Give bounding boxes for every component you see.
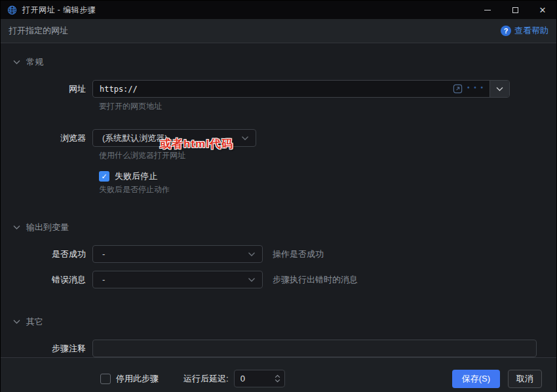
delay-field (234, 370, 285, 387)
dialog-header: 打开指定的网址 ? 查看帮助 (1, 19, 556, 43)
minimize-icon (484, 10, 491, 10)
disable-step-group: 停用此步骤 (100, 373, 159, 385)
browser-select-value: (系统默认浏览器) (102, 132, 168, 144)
url-hint-row: 要打开的网页地址 (1, 101, 556, 112)
delay-input[interactable] (235, 374, 275, 383)
success-select-value: - (102, 249, 105, 259)
chevron-down-icon (248, 277, 256, 283)
save-button[interactable]: 保存(S) (452, 370, 500, 388)
globe-icon (7, 5, 17, 15)
url-row: 网址 • • • (1, 80, 556, 98)
titlebar: 打开网址 - 编辑步骤 ✕ (1, 1, 556, 19)
maximize-icon (512, 7, 518, 13)
stop-on-fail-hint-row: 失败后是否停止动作 (1, 184, 556, 195)
maximize-button[interactable] (501, 1, 529, 19)
error-message-hint: 步骤执行出错时的消息 (273, 274, 358, 286)
url-field: • • • (92, 80, 510, 98)
chevron-down-icon (496, 87, 503, 92)
section-other-label: 其它 (26, 316, 43, 328)
chevron-down-icon (248, 252, 256, 257)
chevron-down-icon (13, 319, 20, 324)
url-field-tools: • • • (448, 81, 490, 97)
step-comment-label: 步骤注释 (1, 343, 92, 355)
url-label: 网址 (1, 83, 92, 95)
stop-on-fail-row: ✓ 失败后停止 (1, 170, 556, 182)
chevron-down-icon (13, 225, 20, 230)
delay-group: 运行后延迟: (183, 370, 285, 387)
success-label: 是否成功 (1, 248, 92, 260)
window-title: 打开网址 - 编辑步骤 (22, 5, 96, 16)
browser-hint: 使用什么浏览器打开网址 (99, 151, 185, 160)
error-message-select-value: - (102, 275, 105, 284)
footer-buttons: 保存(S) 取消 (452, 370, 542, 388)
success-row: 是否成功 - 操作是否成功 (1, 245, 556, 263)
dialog-footer: 停用此步骤 运行后延迟: 保存(S) 取消 (1, 357, 556, 392)
section-general[interactable]: 常规 (1, 56, 556, 68)
ellipsis-icon[interactable]: • • • (467, 85, 484, 94)
disable-step-label[interactable]: 停用此步骤 (116, 373, 159, 385)
browser-label: 浏览器 (1, 132, 92, 144)
browser-row: 浏览器 (系统默认浏览器) (1, 129, 556, 147)
error-message-label: 错误消息 (1, 274, 92, 286)
error-message-select[interactable]: - (92, 271, 263, 288)
section-other[interactable]: 其它 (1, 316, 556, 328)
section-output-label: 输出到变量 (26, 222, 69, 233)
help-link[interactable]: ? 查看帮助 (501, 25, 548, 37)
external-link-icon[interactable] (453, 84, 463, 94)
window-controls: ✕ (474, 1, 556, 19)
step-comment-row: 步骤注释 (1, 340, 556, 357)
section-general-label: 常规 (26, 56, 43, 68)
stop-on-fail-checkbox[interactable]: ✓ (99, 171, 109, 182)
success-hint: 操作是否成功 (273, 248, 324, 260)
url-dropdown-button[interactable] (490, 81, 509, 97)
cancel-button[interactable]: 取消 (508, 370, 542, 388)
step-comment-input[interactable] (92, 340, 537, 357)
disable-step-checkbox[interactable] (100, 374, 111, 384)
stop-on-fail-hint: 失败后是否停止动作 (99, 185, 170, 194)
url-hint: 要打开的网页地址 (99, 102, 162, 111)
stop-on-fail-label[interactable]: 失败后停止 (115, 170, 157, 182)
help-icon: ? (501, 26, 511, 36)
success-select[interactable]: - (92, 245, 263, 263)
dialog-subtitle: 打开指定的网址 (9, 25, 68, 37)
close-icon: ✕ (539, 5, 547, 15)
dialog-body: 常规 网址 • • • (1, 43, 556, 357)
number-stepper[interactable] (275, 374, 284, 383)
url-input[interactable] (93, 81, 448, 97)
chevron-down-icon (241, 136, 249, 141)
help-label: 查看帮助 (514, 25, 548, 37)
browser-select[interactable]: (系统默认浏览器) (92, 129, 256, 147)
dialog-window: 打开网址 - 编辑步骤 ✕ 打开指定的网址 ? 查看帮助 常规 网址 (0, 0, 557, 392)
chevron-down-icon (13, 60, 20, 65)
minimize-button[interactable] (474, 1, 501, 19)
delay-label: 运行后延迟: (183, 373, 229, 385)
section-output[interactable]: 输出到变量 (1, 222, 556, 233)
close-button[interactable]: ✕ (529, 1, 556, 19)
browser-hint-row: 使用什么浏览器打开网址 (1, 150, 556, 161)
error-message-row: 错误消息 - 步骤执行出错时的消息 (1, 271, 556, 288)
